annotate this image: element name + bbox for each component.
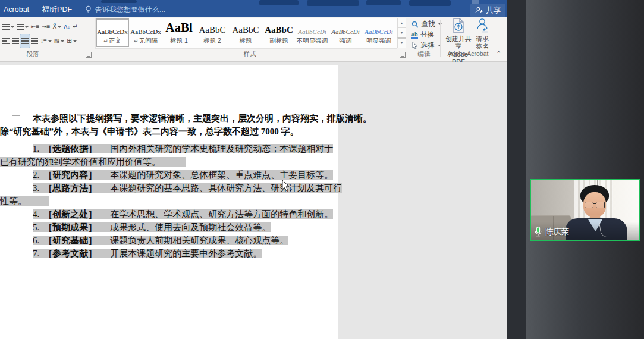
paragraph-dialog-launcher-icon[interactable] [86,52,92,58]
list-number: 3. [33,183,39,193]
list-number: 4. [33,209,39,219]
style-item-标题 1[interactable]: AaBl标题 1 [162,18,196,47]
tab-foxit-pdf[interactable]: 福昕PDF [42,3,72,16]
share-person-icon [475,7,483,14]
select-label: 选择 [420,40,435,51]
line-text: 本课题的研究对象、总体框架、重点难点、主要目标等。 [110,170,333,180]
meeting-video-panel: 陈庆荣 [526,0,644,339]
find-button[interactable]: 查找 [411,19,442,29]
borders-button[interactable]: ⊞ [65,34,77,48]
ribbon-tab-row: Acrobat 福昕PDF 告诉我您想要做什么... [4,3,165,16]
show-marks-button[interactable]: ↵ [71,20,78,33]
tell-me-box[interactable]: 告诉我您想要做什么... [85,5,165,15]
gallery-more-icon[interactable]: ▼ [397,37,406,48]
lightbulb-icon [85,5,92,14]
gallery-scroll-up-icon[interactable]: ▲ [397,18,406,28]
line-text: 在学术思想、学术观点、研究方法等方面的特色和创新。 [110,209,333,219]
align-center-button[interactable] [11,34,20,48]
style-label: ↵无间隔 [129,37,162,45]
title-text-remnant [307,0,359,6]
line-text: 本课题研究的基本思路、具体研究方法、研究计划及其可行 [110,183,342,193]
style-preview: AaBbCcDi [296,18,329,35]
style-preview: AaBl [162,18,196,35]
styles-gallery: AaBbCcDx↵正文AaBbCcDx↵无间隔AaBl标题 1AaBbC标题 2… [95,18,397,49]
select-cursor-icon [411,42,418,49]
screen: Acrobat 福昕PDF 告诉我您想要做什么... [0,0,644,339]
doc-line[interactable]: 本表参照以下提纲撰写，要求逻辑清晰，主题突出，层次分明，内容翔实，排版清晰。 [0,112,297,125]
style-item-明显强调[interactable]: AaBbCcDi明显强调 [362,18,395,47]
style-item-标题[interactable]: AaBbC标题 [229,18,262,47]
replace-label: 替换 [420,30,435,40]
asian-layout-button[interactable]: Ẍ [51,20,62,33]
request-signature-label-line1: 请求 [473,35,491,43]
sort-button[interactable]: A↓ [62,20,71,33]
multilevel-list-button[interactable] [15,20,30,33]
line-text: 已有研究的独到学术价值和应用价值等。 [0,157,161,167]
participant-glasses [585,202,605,207]
style-label: ↵正文 [96,37,129,45]
list-number: 1. [33,144,39,153]
doc-line[interactable]: 1.［选题依据］国内外相关研究的学术史梳理及研究动态；本课题相对于 [0,142,297,155]
style-label: 标题 2 [196,37,229,45]
doc-line[interactable]: 6.［研究基础］课题负责人前期相关研究成果、核心观点等。 [0,234,297,247]
microphone-icon [534,226,542,237]
participant-video-tile[interactable]: 陈庆荣 [530,179,640,241]
list-item-label: ［参考文献］ [43,249,97,258]
align-left-button[interactable] [1,34,11,48]
style-item-正文[interactable]: AaBbCcDx↵正文 [96,18,129,47]
document-page[interactable]: 本表参照以下提纲撰写，要求逻辑清晰，主题突出，层次分明，内容翔实，排版清晰。除“… [0,65,338,339]
create-share-label-line1: 创建并共享 [442,35,475,51]
style-item-强调[interactable]: AaBbCcDi强调 [329,18,362,47]
list-number: 6. [33,236,39,245]
paragraph-group-row2: ↕≡▨⊞ [1,34,78,48]
line-text: 课题负责人前期相关研究成果、核心观点等。 [110,236,288,245]
style-preview: AaBbC [229,18,262,35]
style-item-副标题[interactable]: AaBbC副标题 [262,18,296,47]
line-spacing-button[interactable]: ↕≡ [39,34,53,48]
numbered-list-button[interactable] [1,20,15,33]
request-signature-button[interactable]: 请求 签名 [473,18,491,51]
line-text: 本表参照以下提纲撰写，要求逻辑清晰，主题突出，层次分明，内容翔实，排版清晰。 [33,114,372,123]
doc-line[interactable]: 3.［思路方法］本课题研究的基本思路、具体研究方法、研究计划及其可行 [0,181,297,194]
doc-line[interactable]: 除“研究基础”外，本表与《申请书》表二内容一致，总字数不超过 7000 字。 [0,125,297,138]
distribute-button[interactable] [30,34,39,48]
chevron-down-icon [58,26,61,28]
tab-acrobat[interactable]: Acrobat [4,3,29,16]
list-item-label: ［选题依据］ [43,144,97,153]
justify-button[interactable] [20,34,30,48]
create-share-adobe-pdf-button[interactable]: 创建并共享 Adobe PDF [442,18,475,66]
style-item-标题 2[interactable]: AaBbC标题 2 [196,18,229,47]
doc-line[interactable]: 性等。 [0,194,297,208]
styles-dialog-launcher-icon[interactable] [400,52,406,58]
shading-button[interactable]: ▨ [53,34,65,48]
replace-button[interactable]: ab 替换 [411,30,435,40]
replace-icon: ab [411,32,418,39]
doc-line[interactable]: 已有研究的独到学术价值和应用价值等。 [0,155,297,168]
document-area: 本表参照以下提纲撰写，要求逻辑清晰，主题突出，层次分明，内容翔实，排版清晰。除“… [0,62,507,339]
style-item-无间隔[interactable]: AaBbCcDx↵无间隔 [129,18,162,47]
decrease-indent-button[interactable]: ⇤≡ [30,20,40,33]
collapse-ribbon-icon[interactable]: ⌃ [496,50,501,58]
list-item-label: ［思路方法］ [43,183,97,193]
doc-line[interactable]: 2.［研究内容］本课题的研究对象、总体框架、重点难点、主要目标等。 [0,168,297,181]
chevron-down-icon [438,45,441,46]
ribbon: ⇤≡⇥≡ẌA↓↵ ↕≡▨⊞ 段落 AaBbCcDx↵正文AaBbCcDx↵无间隔… [0,17,507,62]
gallery-scroll-down-icon[interactable]: ▼ [397,27,406,37]
increase-indent-button[interactable]: ⇥≡ [40,20,51,33]
share-button[interactable]: 共享 [470,4,505,17]
style-preview: AaBbC [196,18,229,35]
search-icon [411,21,419,28]
acrobat-group-label: Adobe Acrobat [441,50,495,57]
group-separator [93,20,93,56]
style-item-不明显强调[interactable]: AaBbCcDi不明显强调 [296,18,329,47]
doc-line[interactable]: 5.［预期成果］成果形式、使用去向及预期社会效益等。 [0,221,297,234]
select-button[interactable]: 选择 [411,40,441,51]
doc-line[interactable]: 4.［创新之处］在学术思想、学术观点、研究方法等方面的特色和创新。 [0,208,297,221]
style-preview: AaBbCcDx [129,18,162,35]
line-text: 性等。 [0,196,27,206]
line-text: 成果形式、使用去向及预期社会效益等。 [110,222,271,232]
chevron-down-icon [11,26,14,28]
doc-line[interactable]: 7.［参考文献］开展本课题研究的主要中外参考文献。 [0,247,297,260]
borders-icon: ⊞ [67,37,71,45]
shading-icon: ▨ [54,37,59,45]
